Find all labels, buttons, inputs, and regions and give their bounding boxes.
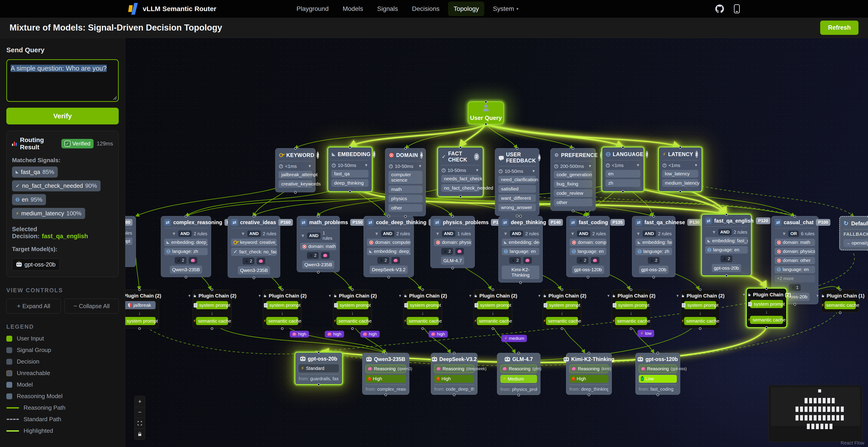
handle-bottom[interactable] bbox=[630, 327, 632, 330]
collapse-caret-icon[interactable]: ▼ bbox=[308, 164, 312, 169]
handle-bottom[interactable] bbox=[349, 190, 351, 193]
collapse-caret-icon[interactable]: ▼ bbox=[468, 294, 472, 298]
handle-top[interactable] bbox=[572, 147, 575, 149]
handle-bottom[interactable] bbox=[765, 326, 768, 329]
plugin-chain-6[interactable]: ▼Plugin Chain (2)system prompt↓⚡semantic… bbox=[473, 289, 513, 329]
handle-bottom[interactable] bbox=[839, 311, 841, 314]
decision-deep_thinking[interactable]: ⇄deep_thinkingP140▼AND2 rulesembedding: … bbox=[498, 216, 543, 282]
signal-group-user_feedback[interactable]: USER FEEDBACK410-50ms▼need_clarification… bbox=[495, 148, 539, 216]
handle-top[interactable] bbox=[453, 352, 456, 354]
device-icon[interactable] bbox=[734, 4, 740, 13]
handle-bottom[interactable] bbox=[588, 393, 590, 396]
zoom-in-button[interactable]: + bbox=[134, 396, 145, 407]
handle-top[interactable] bbox=[679, 146, 682, 149]
handle-top[interactable] bbox=[653, 215, 655, 217]
handle-top[interactable] bbox=[185, 215, 187, 217]
expand-all-button[interactable]: + Expand All bbox=[6, 299, 61, 313]
handle-bottom[interactable] bbox=[485, 123, 487, 125]
decision-creative_ideas[interactable]: ⇄creative_ideasP160▼AND2 ruleskeyword: c… bbox=[228, 216, 280, 278]
handle-top[interactable] bbox=[281, 288, 284, 291]
handle-bottom[interactable] bbox=[459, 195, 462, 198]
plugin-chain-10[interactable]: ▼Plugin Chain (2)system prompt↓⚡semantic… bbox=[746, 288, 787, 328]
collapse-caret-icon[interactable]: ▼ bbox=[816, 294, 819, 298]
plugin-chain-3[interactable]: ▼Plugin Chain (2)system prompt↓⚡semantic… bbox=[263, 289, 302, 329]
collapse-caret-icon[interactable]: ▼ bbox=[398, 294, 402, 298]
plugin-chain-8[interactable]: ▼Plugin Chain (2)system prompt↓⚡semantic… bbox=[612, 289, 651, 329]
collapse-caret-icon[interactable]: ▼ bbox=[418, 164, 422, 169]
handle-top[interactable] bbox=[699, 288, 702, 291]
user-query-node[interactable]: User Query bbox=[468, 101, 504, 125]
decision-fast_qa_chinese[interactable]: ⇄fast_qa_chineseP130▼AND2 rulesembedding… bbox=[632, 216, 676, 277]
handle-top[interactable] bbox=[388, 215, 390, 217]
decision-physics_problems[interactable]: ⇄physics_problemsP145▼AND1 rulesdomain: … bbox=[430, 216, 475, 268]
handle-top[interactable] bbox=[138, 288, 141, 291]
signal-group-domain[interactable]: DOMAIN410-50ms▼computer sciencemathphysi… bbox=[385, 148, 426, 216]
collapse-caret-icon[interactable]: ▼ bbox=[742, 293, 746, 297]
plugin-chain-2[interactable]: ▼Plugin Chain (2)system prompt↓⚡semantic… bbox=[192, 289, 231, 329]
handle-bottom[interactable] bbox=[794, 303, 796, 306]
handle-bottom[interactable] bbox=[138, 327, 141, 330]
handle-bottom[interactable] bbox=[351, 327, 354, 330]
handle-top[interactable] bbox=[630, 288, 632, 291]
handle-bottom[interactable] bbox=[622, 190, 624, 193]
handle-bottom[interactable] bbox=[516, 215, 519, 217]
collapse-caret-icon[interactable]: ▼ bbox=[188, 294, 191, 298]
handle-bottom[interactable] bbox=[453, 393, 456, 396]
github-icon[interactable] bbox=[715, 4, 724, 13]
handle-top[interactable] bbox=[839, 288, 841, 291]
handle-bottom[interactable] bbox=[572, 210, 575, 212]
model-gpt-oss-120b[interactable]: gpt-oss-120bReasoning(gpt-oss)Lowfrom: f… bbox=[636, 353, 680, 395]
nav-item-topology[interactable]: Topology bbox=[448, 2, 484, 16]
handle-bottom[interactable] bbox=[294, 191, 297, 194]
handle-top[interactable] bbox=[765, 287, 768, 290]
lock-button[interactable] bbox=[134, 429, 145, 440]
minimap[interactable] bbox=[768, 385, 863, 442]
plugin-chain-4[interactable]: ▼Plugin Chain (2)system prompt↓⚡semantic… bbox=[333, 289, 372, 329]
plugin-chain-1[interactable]: Plugin Chain (2)jailbreak↓system prompt bbox=[125, 289, 159, 329]
handle-top[interactable] bbox=[657, 352, 659, 354]
graph-canvas[interactable]: + − React Flow User QueryKEYWORD2<1ms▼ja… bbox=[125, 38, 868, 447]
handle-top[interactable] bbox=[349, 146, 351, 149]
decision-math_problems[interactable]: ⇄math_problemsP150▼AND1 rulesdomain: mat… bbox=[297, 216, 340, 272]
default-route-node[interactable]: ↻Default RouteFALLBACK→ openai/gpt-oss-.… bbox=[839, 216, 868, 250]
collapse-caret-icon[interactable]: ▼ bbox=[532, 169, 535, 173]
plugin-chain-7[interactable]: ▼Plugin Chain (2)system prompt↓⚡semantic… bbox=[542, 289, 582, 329]
handle-top[interactable] bbox=[294, 147, 297, 149]
collapse-caret-icon[interactable]: ▼ bbox=[301, 233, 305, 238]
collapse-caret-icon[interactable]: ▼ bbox=[241, 231, 245, 236]
handle-bottom[interactable] bbox=[211, 327, 213, 330]
handle-bottom[interactable] bbox=[253, 277, 255, 279]
collapse-caret-icon[interactable]: ▼ bbox=[636, 231, 641, 236]
handle-top[interactable] bbox=[211, 288, 213, 291]
nav-item-signals[interactable]: Signals bbox=[372, 2, 403, 16]
handle-bottom[interactable] bbox=[518, 394, 520, 396]
nav-item-decisions[interactable]: Decisions bbox=[407, 2, 445, 16]
handle-top[interactable] bbox=[588, 352, 590, 354]
model-Qwen3-235B[interactable]: Qwen3-235BReasoning(qwen3)Highfrom: comp… bbox=[362, 353, 409, 395]
collapse-caret-icon[interactable]: ▼ bbox=[607, 294, 610, 298]
handle-bottom[interactable] bbox=[422, 327, 424, 330]
collapse-caret-icon[interactable]: ▼ bbox=[712, 230, 716, 235]
handle-bottom[interactable] bbox=[317, 271, 320, 274]
collapse-caret-icon[interactable]: ▼ bbox=[328, 294, 332, 298]
collapse-caret-icon[interactable]: ▼ bbox=[570, 231, 575, 236]
handle-bottom[interactable] bbox=[404, 215, 407, 218]
handle-bottom[interactable] bbox=[587, 276, 589, 278]
handle-top[interactable] bbox=[351, 288, 354, 291]
collapse-caret-icon[interactable]: ▼ bbox=[258, 294, 261, 298]
handle-top[interactable] bbox=[404, 147, 407, 149]
signal-group-language[interactable]: LANGUAGE2<1ms▼enzh bbox=[601, 146, 645, 192]
handle-bottom[interactable] bbox=[657, 393, 659, 396]
collapse-caret-icon[interactable]: ▼ bbox=[694, 163, 698, 168]
handle-top[interactable] bbox=[561, 288, 563, 291]
handle-top[interactable] bbox=[587, 215, 589, 217]
collapse-caret-icon[interactable]: ▼ bbox=[537, 294, 541, 298]
handle-bottom[interactable] bbox=[519, 281, 522, 284]
handle-top[interactable] bbox=[516, 147, 519, 149]
signal-group-embedding[interactable]: EMBEDDING210-50ms▼fast_qadeep_thinking bbox=[327, 146, 373, 192]
zoom-out-button[interactable]: − bbox=[134, 407, 145, 418]
collapse-caret-icon[interactable]: ▼ bbox=[435, 231, 440, 236]
decision-clipped[interactable]: P2001 rulesmpt bbox=[125, 216, 136, 267]
handle-top[interactable] bbox=[622, 146, 624, 149]
handle-top[interactable] bbox=[459, 146, 462, 149]
